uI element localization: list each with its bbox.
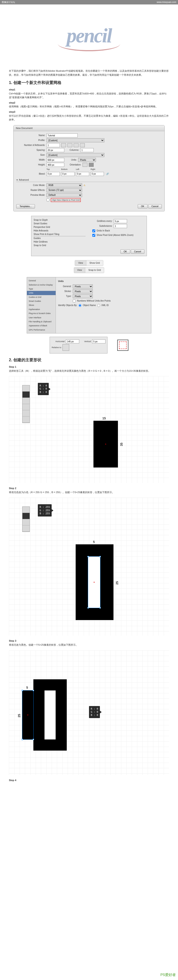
menu-item[interactable]: Perspective Grid (33, 225, 86, 229)
tool-icon[interactable] (22, 507, 30, 513)
units-select[interactable]: Pixels (78, 158, 96, 162)
colormode-select[interactable]: RGB (46, 183, 82, 187)
prefs-side-item[interactable]: Type (27, 287, 56, 291)
tool-icon[interactable] (22, 519, 30, 525)
menu-item[interactable]: Hide Gridlines (33, 240, 86, 243)
spacing-input[interactable] (46, 148, 64, 152)
ok-button[interactable]: OK (120, 250, 130, 254)
white-rectangle[interactable] (44, 690, 56, 740)
left-label: Left (76, 168, 89, 171)
menu-item[interactable]: Smart Guides (33, 222, 86, 225)
prefs-side-item[interactable]: Hyphenation (27, 307, 56, 311)
prefs-side-item[interactable]: Slices (27, 303, 56, 307)
step3-label: step3 (9, 110, 169, 114)
tool-icon[interactable] (22, 404, 30, 410)
subdiv-label: Subdivisions: (92, 224, 112, 228)
height-dim: 25 (17, 714, 22, 718)
objname-radio[interactable] (79, 304, 81, 307)
gridlines-input[interactable] (114, 219, 127, 223)
units-heading: Units (58, 280, 149, 283)
step2-3-text: 将填充改为黑色。创建一个5×25像素的矩形，位置如下图所示。 (9, 643, 169, 647)
horiz-input[interactable] (66, 339, 79, 344)
step2-label: step2 (9, 101, 169, 105)
xmlid-radio[interactable] (97, 304, 100, 307)
topbar-left: 图像设计论坛 (2, 0, 15, 4)
bleed-right-input[interactable] (91, 172, 104, 176)
step2-3-label: Step 3 (9, 639, 169, 643)
tool-icon[interactable] (22, 385, 30, 391)
prefs-side-item[interactable]: General (27, 278, 56, 283)
size-select[interactable]: [Custom] (46, 153, 104, 157)
grid-options-panel: Snap to Glyph Smart Guides Perspective G… (31, 216, 147, 256)
prefs-side-item[interactable]: Plug-ins & Scratch Disks (27, 311, 56, 315)
gridsback-checkbox[interactable] (92, 229, 95, 232)
menu-item[interactable]: Show Print & Export Tiling (33, 232, 86, 236)
advanced-toggle[interactable]: Advanced (16, 178, 162, 182)
menu-item[interactable]: Hide Artboards (33, 229, 86, 232)
artboards-input[interactable] (46, 143, 60, 147)
raster-select[interactable]: Screen (72 ppi) (46, 188, 82, 192)
ok-button[interactable]: OK (138, 204, 148, 208)
pixelgrid-checkbox[interactable] (92, 234, 95, 237)
type-units-select[interactable]: Pixels (73, 294, 93, 298)
rectangle-tool-icon[interactable] (22, 513, 30, 519)
cancel-button[interactable]: Cancel (131, 250, 145, 254)
stroke-units-select[interactable]: Pixels (73, 290, 93, 293)
preview-select[interactable]: Default (46, 193, 82, 197)
prefs-side-item[interactable]: File Handling & Clipboard (27, 320, 56, 324)
arrange-icon[interactable] (80, 143, 85, 147)
menu-item[interactable]: Guides (33, 237, 86, 240)
name-input[interactable] (46, 134, 78, 137)
rectangle-tool-icon[interactable] (22, 391, 30, 398)
prefs-side-item[interactable]: Smart Guides (27, 299, 56, 303)
bleed-bottom-input[interactable] (61, 172, 75, 176)
arrange-icon[interactable] (61, 143, 66, 147)
topbar-right: www.missyuan.com (157, 0, 176, 4)
arrange-icon[interactable] (67, 143, 72, 147)
align-pixel-label: Align New Objects to Pixel Grid (51, 198, 81, 202)
nwd-checkbox[interactable] (73, 299, 76, 302)
portrait-icon[interactable] (83, 163, 87, 167)
gridlines-label: Gridlines every: (92, 220, 112, 223)
section-1-heading: 1. 创建一个新文件和设置网格 (9, 80, 169, 86)
prefs-side-item[interactable]: User Interface (27, 316, 56, 320)
step2-4-label: Step 4 (9, 778, 169, 783)
tool-panel (22, 385, 30, 423)
view-snapgrid[interactable]: ViewSnap to Grid (74, 267, 104, 273)
templates-button[interactable]: Templates... (16, 204, 35, 208)
height-input[interactable] (46, 163, 64, 167)
arrange-icon[interactable] (74, 143, 79, 147)
step2-2-text: 将填充色改为白色（R = 255 G = 255，B = 255）。创建一个5×… (9, 490, 169, 495)
prefs-side-item[interactable]: Appearance of Black (27, 324, 56, 328)
menu-item[interactable]: Snap to Glyph (33, 218, 86, 222)
view-showgrid[interactable]: ViewShow Grid (75, 260, 103, 266)
section-2-heading: 2. 创建的主要形状 (9, 357, 169, 363)
general-units-select[interactable]: Pixels (73, 285, 93, 288)
landscape-icon[interactable] (89, 163, 94, 167)
tool-icon[interactable] (22, 417, 30, 423)
tool-icon[interactable] (22, 525, 30, 531)
anchor-grid-icon[interactable] (62, 344, 69, 351)
prefs-side-item[interactable]: Units (27, 291, 56, 295)
bleed-left-input[interactable] (76, 172, 89, 176)
tool-icon[interactable] (22, 410, 30, 417)
prefs-side-item[interactable]: Guides & Grid (27, 295, 56, 299)
height-label: Height: (16, 163, 45, 167)
subdiv-input[interactable] (114, 224, 127, 228)
align-pixel-checkbox[interactable] (46, 199, 49, 201)
prefs-side-item[interactable]: Selection & Anchor Display (27, 283, 56, 287)
cancel-button[interactable]: Cancel (148, 204, 162, 208)
width-input[interactable] (46, 158, 64, 162)
artboards-label: Number of Artboards: (16, 143, 45, 147)
link-icon[interactable]: 🔗 (105, 172, 110, 176)
columns-input[interactable] (80, 148, 94, 152)
menu-item[interactable]: Snap to Grid (33, 243, 86, 247)
step2-text: 使用网格（视图>显示网格）和对齐网格（视图>对齐网格）。将需要把每个网格线间隔设… (9, 105, 169, 109)
colormode-label: Color Mode: (16, 183, 45, 187)
bleed-top-input[interactable] (46, 172, 60, 176)
prefs-side-item[interactable]: GPU Performance (27, 328, 56, 332)
tool-icon[interactable] (22, 398, 30, 404)
profile-select[interactable]: [Custom] (46, 138, 104, 142)
vert-input[interactable] (92, 339, 105, 344)
rgb-badge: R : 0G : 0B : 0 (38, 383, 49, 395)
